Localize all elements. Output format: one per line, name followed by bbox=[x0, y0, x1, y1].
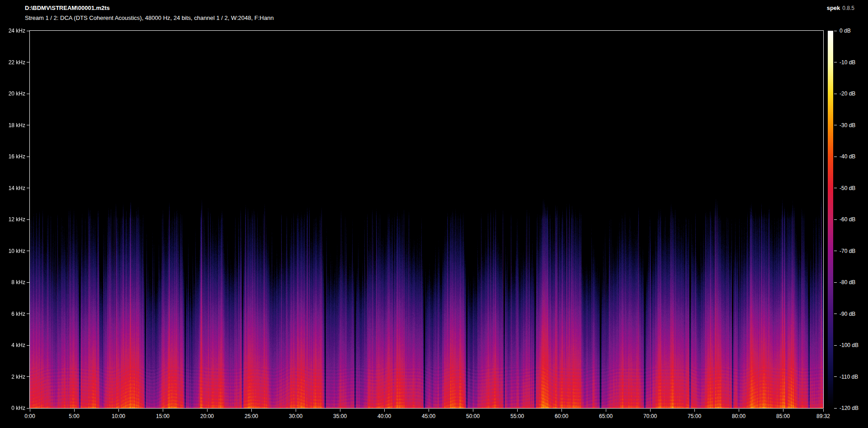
time-tick bbox=[561, 409, 562, 412]
freq-tick bbox=[27, 62, 29, 62]
time-tick bbox=[517, 409, 518, 412]
freq-tick bbox=[27, 219, 29, 220]
time-tick-label: 5:00 bbox=[56, 413, 92, 420]
spectrogram-canvas bbox=[30, 31, 823, 408]
time-tick-label: 40:00 bbox=[366, 413, 402, 420]
spek-app-window: { "window": { "width": 1920, "height": 9… bbox=[0, 0, 868, 428]
app-name: spek bbox=[827, 5, 840, 11]
freq-tick bbox=[27, 314, 29, 314]
time-tick-label: 0:00 bbox=[12, 413, 48, 420]
time-tick bbox=[251, 409, 252, 412]
freq-tick-label: 22 kHz bbox=[1, 59, 25, 66]
db-tick bbox=[834, 345, 837, 346]
time-tick bbox=[30, 409, 30, 412]
db-tick bbox=[834, 62, 837, 62]
db-tick-label: -120 dB bbox=[840, 404, 859, 412]
time-tick-label: 20:00 bbox=[189, 413, 225, 420]
db-tick-label: -50 dB bbox=[840, 185, 855, 192]
db-tick bbox=[834, 125, 837, 125]
time-tick-label: 15:00 bbox=[145, 413, 181, 420]
freq-tick-label: 2 kHz bbox=[1, 373, 25, 380]
db-colorbar bbox=[828, 31, 833, 408]
db-tick-label: 0 dB bbox=[840, 27, 851, 34]
db-tick-label: -110 dB bbox=[840, 373, 858, 380]
db-tick bbox=[834, 251, 837, 251]
db-tick bbox=[834, 219, 837, 220]
freq-tick-label: 10 kHz bbox=[1, 247, 25, 255]
db-tick-label: -10 dB bbox=[840, 59, 855, 66]
freq-tick bbox=[27, 31, 29, 31]
time-tick bbox=[606, 409, 606, 412]
time-tick-label: 30:00 bbox=[278, 413, 314, 420]
db-tick-label: -60 dB bbox=[840, 216, 855, 223]
db-tick-label: -100 dB bbox=[840, 342, 859, 349]
db-tick-label: -70 dB bbox=[840, 247, 855, 255]
time-tick bbox=[340, 409, 340, 412]
time-tick-label: 75:00 bbox=[676, 413, 712, 420]
freq-tick bbox=[27, 376, 29, 377]
db-tick bbox=[834, 157, 837, 157]
stream-info-subtitle: Stream 1 / 2: DCA (DTS Coherent Acoustic… bbox=[25, 14, 274, 21]
freq-tick bbox=[27, 251, 29, 251]
freq-tick bbox=[27, 188, 29, 188]
freq-tick-label: 6 kHz bbox=[1, 310, 25, 318]
freq-tick bbox=[27, 125, 29, 125]
db-tick bbox=[834, 94, 837, 94]
db-tick bbox=[834, 188, 837, 188]
freq-tick bbox=[27, 282, 29, 283]
time-tick bbox=[163, 409, 163, 412]
db-tick-label: -20 dB bbox=[840, 90, 855, 97]
freq-tick-label: 8 kHz bbox=[1, 279, 25, 286]
time-tick-label: 25:00 bbox=[233, 413, 269, 420]
freq-tick-label: 16 kHz bbox=[1, 153, 25, 160]
time-tick-label: 35:00 bbox=[322, 413, 358, 420]
db-tick-label: -90 dB bbox=[840, 310, 855, 318]
freq-tick bbox=[27, 157, 29, 157]
time-tick bbox=[74, 409, 75, 412]
freq-tick-label: 12 kHz bbox=[1, 216, 25, 223]
freq-tick-label: 24 kHz bbox=[1, 27, 25, 34]
app-brand: spek0.8.5 bbox=[827, 5, 854, 11]
time-tick bbox=[384, 409, 385, 412]
freq-tick bbox=[27, 345, 29, 346]
db-tick bbox=[834, 282, 837, 283]
time-tick bbox=[207, 409, 208, 412]
freq-tick-label: 0 kHz bbox=[1, 404, 25, 412]
time-tick-label: 85:00 bbox=[765, 413, 801, 420]
time-tick bbox=[650, 409, 651, 412]
time-tick bbox=[823, 409, 824, 412]
freq-tick-label: 4 kHz bbox=[1, 342, 25, 349]
time-tick bbox=[118, 409, 119, 412]
db-tick bbox=[834, 314, 837, 314]
time-tick-label: 60:00 bbox=[543, 413, 580, 420]
app-version: 0.8.5 bbox=[842, 5, 854, 11]
freq-tick-label: 18 kHz bbox=[1, 122, 25, 129]
db-tick bbox=[834, 31, 837, 31]
freq-tick-label: 14 kHz bbox=[1, 185, 25, 192]
time-tick-label: 80:00 bbox=[721, 413, 757, 420]
time-tick bbox=[473, 409, 473, 412]
time-tick bbox=[739, 409, 739, 412]
time-tick-label: 45:00 bbox=[410, 413, 447, 420]
spectrogram-frame bbox=[29, 30, 824, 409]
time-tick-label: 89:32 bbox=[805, 413, 841, 420]
time-tick-label: 65:00 bbox=[588, 413, 624, 420]
db-tick bbox=[834, 408, 837, 409]
freq-tick-label: 20 kHz bbox=[1, 90, 25, 97]
time-tick-label: 55:00 bbox=[499, 413, 535, 420]
time-tick bbox=[296, 409, 296, 412]
db-tick-label: -80 dB bbox=[840, 279, 855, 286]
freq-tick bbox=[27, 94, 29, 94]
freq-tick bbox=[27, 408, 29, 409]
time-tick bbox=[429, 409, 429, 412]
db-tick-label: -30 dB bbox=[840, 122, 855, 129]
time-tick-label: 10:00 bbox=[100, 413, 137, 420]
time-tick bbox=[694, 409, 695, 412]
db-tick bbox=[834, 376, 837, 377]
time-tick-label: 70:00 bbox=[632, 413, 668, 420]
time-tick bbox=[783, 409, 783, 412]
time-tick-label: 50:00 bbox=[455, 413, 491, 420]
file-path-title: D:\BDMV\STREAM\00001.m2ts bbox=[25, 5, 110, 11]
db-tick-label: -40 dB bbox=[840, 153, 855, 160]
